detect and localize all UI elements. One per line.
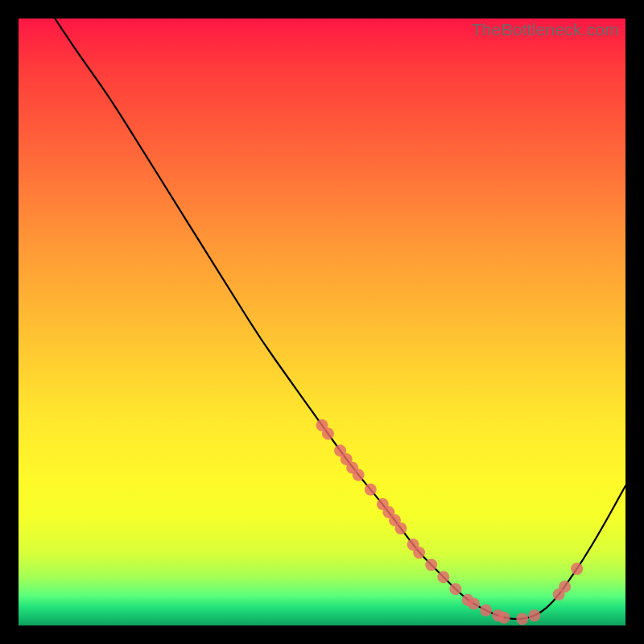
curve-dot	[437, 571, 449, 583]
curve-dot	[528, 609, 540, 621]
curve-dot	[322, 427, 334, 440]
curve-dot	[413, 547, 425, 559]
curve-dot	[365, 484, 377, 496]
curve-dot	[425, 559, 437, 571]
curve-dot	[516, 613, 528, 625]
curve-dot	[559, 580, 571, 592]
bottleneck-curve	[55, 19, 625, 619]
chart-plot-area: TheBottleneck.com	[19, 19, 625, 625]
curve-dot	[449, 583, 461, 595]
chart-svg	[19, 19, 625, 625]
curve-dots-group	[316, 419, 584, 625]
curve-dot	[571, 563, 583, 575]
curve-dot	[498, 612, 510, 624]
curve-dot	[480, 605, 492, 617]
curve-dot	[395, 522, 407, 535]
curve-dot	[353, 469, 365, 481]
curve-dot	[468, 597, 480, 609]
